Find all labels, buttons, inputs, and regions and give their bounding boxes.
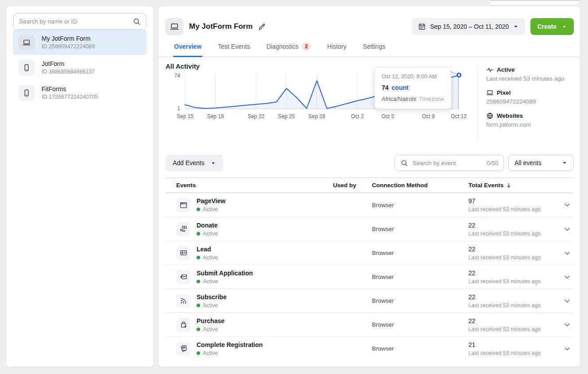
lead-icon [176, 246, 190, 260]
event-search-input[interactable] [413, 160, 483, 166]
pixel-title: Pixel [497, 89, 511, 96]
pixel-info-panel: Active Last received 53 minutes ago Pixe… [478, 65, 580, 140]
total-events-count: 22 [468, 293, 557, 301]
x-tick: Sep 15 [177, 113, 193, 120]
connection-method: Browser [372, 226, 468, 232]
x-tick: Sep 25 [278, 113, 295, 120]
pixel-id: ID 1726677224240705 [42, 94, 98, 100]
event-name: Purchase [197, 317, 224, 324]
sidebar-search[interactable] [13, 13, 146, 30]
event-status: Active [203, 326, 218, 332]
submit-application-icon [176, 270, 190, 284]
expand-row-button[interactable] [557, 201, 573, 209]
mobile-icon [19, 85, 35, 101]
table-row-lead[interactable]: Lead Active Browser 22 Last received 53 … [166, 241, 573, 265]
create-button[interactable]: Create [530, 18, 574, 35]
status-dot [197, 208, 200, 211]
tab-diagnostics[interactable]: Diagnostics 2 [267, 42, 311, 57]
pixel-name: FitForms [42, 85, 98, 93]
connection-method: Browser [372, 297, 468, 304]
expand-row-button[interactable] [557, 321, 573, 329]
pixel-detail-panel: My JotForm Form Sep 15, 2020 – Oct 11, 2… [159, 6, 580, 367]
x-tick: Oct 2 [351, 113, 364, 120]
last-received: Last received 53 minutes ago [468, 254, 557, 261]
tooltip-date: Oct 12, 2020, 9:00 AM [382, 73, 444, 80]
event-filter-label: All events [514, 159, 542, 166]
table-row-purchase[interactable]: Purchase Active Browser 22 Last received… [166, 312, 573, 336]
event-status: Active [203, 206, 218, 212]
expand-row-button[interactable] [557, 345, 573, 353]
laptop-icon [19, 35, 35, 50]
add-events-button[interactable]: Add Events [166, 154, 223, 171]
status-dot [197, 280, 200, 283]
sort-descending-icon [506, 182, 512, 189]
total-events-count: 97 [468, 197, 557, 204]
search-icon [400, 159, 409, 167]
activity-chart[interactable]: Oct 12, 2020, 9:00 AM 74count Africa/Nai… [185, 74, 459, 110]
connection-method: Browser [372, 345, 468, 352]
sidebar-item-my-jotform-form[interactable]: My JotForm Form ID 256609472224089 [13, 30, 146, 55]
table-row-complete-registration[interactable]: Complete Registration Active Browser 21 … [166, 336, 573, 360]
table-row-donate[interactable]: Donate Active Browser 22 Last received 5… [166, 217, 573, 241]
websites-title: Websites [497, 112, 523, 119]
sidebar-search-input[interactable] [19, 18, 129, 25]
status-dot [197, 328, 200, 331]
sidebar-item-jotform[interactable]: JotForm ID 388685684666137 [13, 55, 146, 80]
total-events-count: 22 [468, 270, 557, 277]
calendar-icon [418, 23, 426, 31]
x-axis: Sep 15 Sep 18 Sep 22 Sep 25 Sep 28 Oct 2… [185, 113, 459, 122]
edit-title-icon[interactable] [258, 23, 266, 31]
last-received: Last received 53 minutes ago [468, 278, 557, 285]
expand-row-button[interactable] [557, 225, 573, 233]
table-row-submit-application[interactable]: Submit Application Active Browser 22 Las… [166, 265, 573, 289]
tab-overview[interactable]: Overview [174, 42, 201, 57]
x-tick: Sep 22 [248, 113, 264, 120]
status-title: Active [497, 66, 515, 73]
highlighted-point-marker [456, 73, 461, 77]
event-search[interactable]: 0/50 [395, 155, 504, 171]
last-received: Last received 53 minutes ago [468, 206, 557, 212]
last-received: Last received 53 minutes ago [468, 350, 557, 356]
event-status: Active [203, 278, 218, 285]
donate-icon [176, 222, 190, 236]
last-received: Last received 53 minutes ago [468, 326, 557, 332]
event-name: Complete Registration [197, 341, 263, 348]
tab-settings[interactable]: Settings [363, 42, 386, 57]
sidebar-item-fitforms[interactable]: FitForms ID 1726677224240705 [13, 80, 146, 105]
pixel-id: ID 256609472224089 [42, 43, 95, 50]
pixel-name: My JotForm Form [42, 35, 95, 42]
total-events-count: 22 [468, 222, 557, 229]
tab-history[interactable]: History [327, 42, 347, 57]
tab-bar: Overview Test Events Diagnostics 2 Histo… [159, 42, 580, 57]
column-header-connection-method: Connection Method [372, 182, 468, 189]
status-last-received: Last received 53 minutes ago [486, 75, 580, 82]
connection-method: Browser [372, 321, 468, 328]
table-row-subscribe[interactable]: Subscribe Active Browser 22 Last receive… [166, 289, 573, 312]
status-dot [197, 351, 200, 355]
date-range-picker[interactable]: Sep 15, 2020 – Oct 11, 2020 [412, 18, 525, 35]
pixel-name: JotForm [42, 60, 95, 67]
event-status: Active [203, 302, 218, 308]
table-row-pageview[interactable]: PageView Active Browser 97 Last received… [166, 193, 573, 217]
expand-row-button[interactable] [557, 297, 573, 305]
tooltip-value: 74 [382, 84, 389, 91]
mobile-icon [19, 60, 35, 76]
expand-row-button[interactable] [557, 249, 573, 257]
event-name: Donate [197, 222, 218, 229]
tooltip-timezone: Africa/Nairobi [382, 96, 416, 102]
event-filter-dropdown[interactable]: All events [508, 155, 574, 171]
tab-test-events[interactable]: Test Events [218, 42, 250, 57]
search-char-counter: 0/50 [487, 160, 498, 166]
connection-method: Browser [372, 274, 468, 280]
pixel-sidebar: My JotForm Form ID 256609472224089 JotFo… [6, 6, 153, 367]
y-axis: 74 1 [166, 74, 185, 110]
status-dot [197, 256, 200, 259]
events-table: Events Used by Connection Method Total E… [166, 177, 573, 360]
expand-row-button[interactable] [557, 273, 573, 281]
caret-down-icon [561, 24, 567, 30]
website-value: form.jotform.com [486, 121, 580, 128]
x-tick: Oct 12 [451, 113, 466, 120]
events-table-header: Events Used by Connection Method Total E… [166, 177, 573, 193]
x-tick: Oct 5 [381, 113, 394, 120]
column-header-total-events[interactable]: Total Events [468, 182, 557, 189]
